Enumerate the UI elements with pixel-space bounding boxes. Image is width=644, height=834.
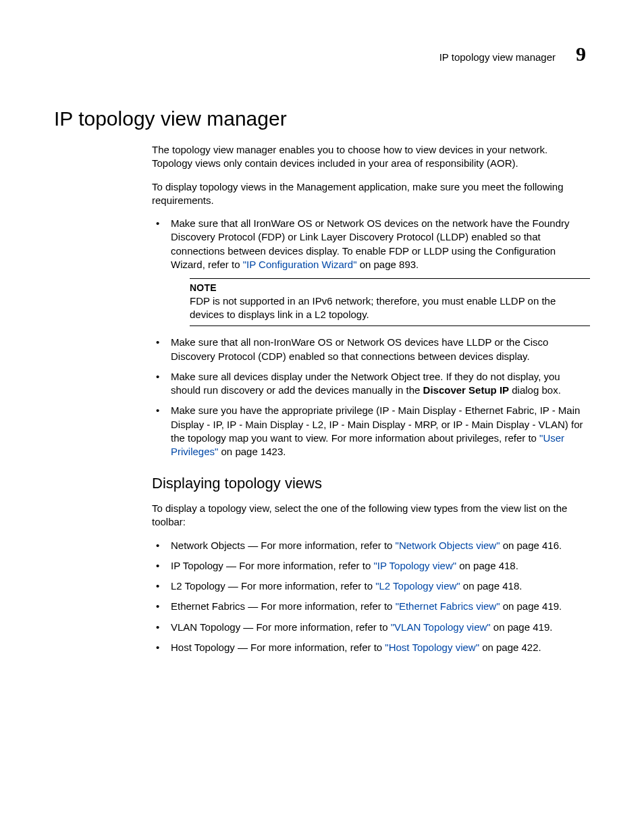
link-ip-config-wizard[interactable]: "IP Configuration Wizard" <box>243 259 357 270</box>
link-l2-topology-view[interactable]: "L2 Topology view" <box>375 580 460 592</box>
chapter-number: 9 <box>576 41 586 68</box>
requirement-text: Make sure you have the appropriate privi… <box>171 405 583 444</box>
view-type-item: L2 Topology — For more information, refe… <box>152 579 590 593</box>
view-text: Ethernet Fabrics — For more information,… <box>171 600 396 612</box>
requirement-text-post: on page 1423. <box>218 446 286 457</box>
view-text: L2 Topology — For more information, refe… <box>171 580 375 592</box>
view-text-post: on page 419. <box>500 600 562 612</box>
running-header-text: IP topology view manager <box>439 51 556 64</box>
link-vlan-topology-view[interactable]: "VLAN Topology view" <box>391 621 491 633</box>
section-heading-displaying-views: Displaying topology views <box>152 473 590 494</box>
intro-paragraph-2: To display topology views in the Managem… <box>152 180 590 208</box>
view-text: IP Topology — For more information, refe… <box>171 560 373 571</box>
view-type-item: Ethernet Fabrics — For more information,… <box>152 600 590 613</box>
displaying-intro: To display a topology view, select the o… <box>152 502 590 529</box>
requirement-text: Make sure that all non-IronWare OS or Ne… <box>171 336 548 361</box>
view-text: Host Topology — For more information, re… <box>171 642 385 653</box>
view-type-item: IP Topology — For more information, refe… <box>152 559 590 573</box>
note-label: NOTE <box>190 282 590 294</box>
view-type-item: VLAN Topology — For more information, re… <box>152 621 590 634</box>
requirement-text-post: on page 893. <box>356 259 419 270</box>
intro-paragraph-1: The topology view manager enables you to… <box>152 143 590 171</box>
link-network-objects-view[interactable]: "Network Objects view" <box>396 540 500 551</box>
note-block: NOTE FDP is not supported in an IPv6 net… <box>190 278 590 326</box>
view-types-list: Network Objects — For more information, … <box>152 539 590 655</box>
view-text: Network Objects — For more information, … <box>171 540 396 551</box>
link-ip-topology-view[interactable]: "IP Topology view" <box>373 560 456 571</box>
view-text-post: on page 418. <box>456 560 518 571</box>
view-text-post: on page 418. <box>460 580 522 592</box>
view-text-post: on page 419. <box>491 621 553 633</box>
view-text-post: on page 422. <box>479 642 541 653</box>
running-header: IP topology view manager 9 <box>54 41 590 68</box>
requirement-item: Make sure that all non-IronWare OS or Ne… <box>152 336 590 363</box>
view-text: VLAN Topology — For more information, re… <box>171 621 391 633</box>
view-type-item: Network Objects — For more information, … <box>152 539 590 552</box>
link-ethernet-fabrics-view[interactable]: "Ethernet Fabrics view" <box>396 600 500 612</box>
page-title: IP topology view manager <box>54 105 590 133</box>
link-host-topology-view[interactable]: "Host Topology view" <box>385 642 479 653</box>
bold-discover-setup-ip: Discover Setup IP <box>423 384 510 396</box>
view-type-item: Host Topology — For more information, re… <box>152 641 590 654</box>
requirement-item: Make sure that all IronWare OS or Networ… <box>152 217 590 326</box>
view-text-post: on page 416. <box>500 540 562 551</box>
requirement-text-post: dialog box. <box>509 384 561 396</box>
requirements-list: Make sure that all IronWare OS or Networ… <box>152 217 590 459</box>
note-text: FDP is not supported in an IPv6 network;… <box>190 294 590 322</box>
requirement-item: Make sure all devices display under the … <box>152 370 590 398</box>
requirement-item: Make sure you have the appropriate privi… <box>152 404 590 459</box>
